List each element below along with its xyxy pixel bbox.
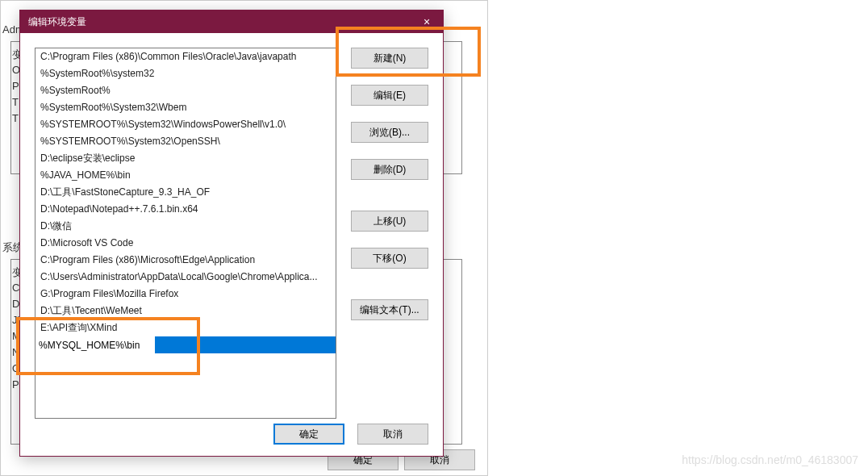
selection-highlight [155,336,336,353]
dialog-footer: 确定 取消 [273,424,428,445]
cancel-button[interactable]: 取消 [357,424,428,445]
close-button[interactable]: × [411,10,443,33]
side-buttons: 新建(N) 编辑(E) 浏览(B)... 删除(D) 上移(U) 下移(O) 编… [351,48,428,441]
moveup-button[interactable]: 上移(U) [351,211,428,232]
list-item[interactable]: C:\Program Files (x86)\Common Files\Orac… [35,48,336,65]
watermark-text: https://blog.csdn.net/m0_46183007 [682,453,858,466]
browse-button[interactable]: 浏览(B)... [351,122,428,143]
list-item[interactable]: G:\Program Files\Mozilla Firefox [35,286,336,303]
path-edit-input[interactable] [35,336,155,353]
list-item-editing[interactable] [35,336,336,353]
list-item[interactable]: D:\eclipse安装\eclipse [35,150,336,167]
bg2-col-3: Ji [12,314,19,326]
path-listbox[interactable]: C:\Program Files (x86)\Common Files\Orac… [35,48,336,419]
list-item[interactable]: %JAVA_HOME%\bin [35,167,336,184]
list-item[interactable]: D:\微信 [35,218,336,235]
delete-button[interactable]: 删除(D) [351,159,428,180]
close-icon: × [424,15,430,28]
movedown-button[interactable]: 下移(O) [351,248,428,269]
list-item[interactable]: %SYSTEMROOT%\System32\OpenSSH\ [35,133,336,150]
titlebar: 编辑环境变量 × [20,10,443,33]
bg2-col-5: N [12,346,19,358]
edittext-button[interactable]: 编辑文本(T)... [351,299,428,320]
dialog-title: 编辑环境变量 [28,15,86,29]
list-item[interactable]: C:\Users\Administrator\AppData\Local\Goo… [35,269,336,286]
list-item[interactable]: D:\工具\Tecent\WeMeet [35,303,336,319]
ok-button[interactable]: 确定 [273,424,344,445]
list-item[interactable]: D:\Notepad\Notepad++.7.6.1.bin.x64 [35,201,336,218]
edit-button[interactable]: 编辑(E) [351,85,428,106]
list-item[interactable]: D:\工具\FastStoneCapture_9.3_HA_OF [35,184,336,201]
list-item[interactable]: C:\Program Files (x86)\Microsoft\Edge\Ap… [35,252,336,269]
list-item[interactable]: %SystemRoot% [35,82,336,99]
list-item[interactable]: D:\Microsoft VS Code [35,235,336,252]
new-button[interactable]: 新建(N) [351,48,428,69]
edit-env-var-dialog: 编辑环境变量 × C:\Program Files (x86)\Common F… [19,10,444,457]
list-item[interactable]: %SystemRoot%\System32\Wbem [35,99,336,116]
list-item[interactable]: %SystemRoot%\system32 [35,65,336,82]
list-item[interactable]: E:\API查询\XMind [35,319,336,336]
list-item[interactable]: %SYSTEMROOT%\System32\WindowsPowerShell\… [35,116,336,133]
